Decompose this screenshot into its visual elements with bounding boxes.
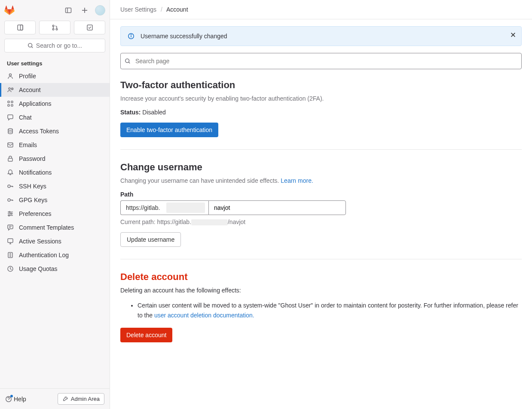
search-icon bbox=[125, 58, 131, 64]
svg-point-12 bbox=[9, 74, 12, 76]
svg-point-19 bbox=[8, 129, 12, 130]
sidebar-item-access-tokens[interactable]: Access Tokens bbox=[0, 124, 110, 138]
account-icon bbox=[7, 86, 14, 93]
sidebar-item-gpg-keys[interactable]: GPG Keys bbox=[0, 193, 110, 207]
comment-icon bbox=[7, 224, 14, 231]
change-username-section: Change username Changing your username c… bbox=[120, 162, 522, 259]
svg-rect-18 bbox=[11, 105, 13, 106]
username-input-group: https://gitlab. bbox=[120, 200, 346, 215]
merge-requests-button[interactable] bbox=[39, 21, 70, 34]
todos-button[interactable] bbox=[74, 21, 105, 34]
help-link[interactable]: Help bbox=[5, 396, 26, 403]
sidebar-item-label: Notifications bbox=[19, 169, 52, 176]
alert-message: Username successfully changed bbox=[141, 33, 227, 40]
admin-icon bbox=[62, 396, 68, 402]
key-icon bbox=[7, 197, 14, 203]
enable-2fa-button[interactable]: Enable two-factor authentication bbox=[120, 123, 218, 137]
token-icon bbox=[7, 128, 14, 135]
admin-area-button[interactable]: Admin Area bbox=[58, 393, 104, 405]
deletion-docs-link[interactable]: user account deletion documentation. bbox=[154, 312, 254, 319]
lock-icon bbox=[7, 155, 14, 162]
breadcrumb-parent[interactable]: User Settings bbox=[120, 6, 156, 13]
sidebar-item-password[interactable]: Password bbox=[0, 152, 110, 166]
gitlab-logo[interactable] bbox=[4, 5, 15, 15]
sidebar-item-label: Active Sessions bbox=[19, 238, 61, 245]
help-label: Help bbox=[14, 396, 26, 403]
svg-line-47 bbox=[129, 62, 130, 64]
main-content: User Settings / Account Username success… bbox=[110, 0, 532, 409]
sidebar-item-chat[interactable]: Chat bbox=[0, 111, 110, 124]
svg-point-29 bbox=[9, 215, 10, 216]
quota-icon bbox=[7, 265, 14, 272]
learn-more-link[interactable]: Learn more. bbox=[281, 177, 313, 184]
two-factor-title: Two-factor authentication bbox=[120, 80, 522, 91]
info-icon bbox=[128, 33, 135, 40]
sidebar-item-label: GPG Keys bbox=[19, 197, 47, 203]
svg-point-14 bbox=[12, 88, 13, 90]
sidebar-item-label: Password bbox=[19, 155, 45, 162]
sidebar-item-label: SSH Keys bbox=[19, 183, 46, 190]
issues-button[interactable] bbox=[4, 21, 36, 34]
sidebar-item-preferences[interactable]: Preferences bbox=[0, 207, 110, 221]
sidebar-item-applications[interactable]: Applications bbox=[0, 97, 110, 111]
sidebar-item-ssh-keys[interactable]: SSH Keys bbox=[0, 179, 110, 193]
admin-label: Admin Area bbox=[71, 396, 100, 402]
svg-point-43 bbox=[131, 34, 131, 35]
alert-close-button[interactable] bbox=[510, 32, 516, 38]
sidebar-item-active-sessions[interactable]: Active Sessions bbox=[0, 234, 110, 248]
sidebar-item-label: Account bbox=[19, 86, 41, 93]
update-username-button[interactable]: Update username bbox=[120, 232, 181, 247]
search-button[interactable]: Search or go to... bbox=[4, 39, 105, 52]
svg-point-6 bbox=[52, 25, 54, 27]
sidebar-item-comment-templates[interactable]: Comment Templates bbox=[0, 221, 110, 234]
svg-rect-32 bbox=[8, 239, 13, 243]
applications-icon bbox=[7, 100, 14, 107]
help-icon bbox=[5, 396, 12, 403]
two-factor-section: Two-factor authentication Increase your … bbox=[120, 80, 522, 150]
sidebar-section-title: User settings bbox=[0, 56, 110, 69]
search-label: Search or go to... bbox=[36, 42, 82, 49]
user-avatar[interactable] bbox=[95, 5, 105, 15]
breadcrumb-separator: / bbox=[161, 6, 162, 13]
email-icon bbox=[7, 141, 14, 148]
svg-point-8 bbox=[56, 28, 58, 30]
svg-rect-17 bbox=[8, 105, 9, 106]
search-page-input[interactable] bbox=[120, 53, 522, 69]
sidebar-item-emails[interactable]: Emails bbox=[0, 138, 110, 152]
sidebar-toggle-icon[interactable] bbox=[62, 4, 74, 16]
breadcrumb: User Settings / Account bbox=[110, 0, 532, 19]
delete-account-button[interactable]: Delete account bbox=[120, 328, 172, 342]
preferences-icon bbox=[7, 210, 14, 217]
log-icon bbox=[7, 252, 14, 258]
svg-rect-16 bbox=[11, 101, 13, 103]
svg-point-10 bbox=[28, 43, 32, 47]
sidebar-item-label: Comment Templates bbox=[19, 224, 74, 231]
delete-effect-item: Certain user content will be moved to a … bbox=[138, 301, 522, 320]
monitor-icon bbox=[7, 238, 14, 245]
change-username-desc: Changing your username can have unintend… bbox=[120, 177, 522, 184]
sidebar-item-account[interactable]: Account bbox=[0, 83, 110, 97]
current-path: Current path: https://gitlab./navjot bbox=[120, 218, 522, 225]
sidebar: Search or go to... User settings Profile… bbox=[0, 0, 110, 409]
sidebar-item-authentication-log[interactable]: Authentication Log bbox=[0, 248, 110, 262]
success-alert: Username successfully changed bbox=[120, 26, 522, 46]
delete-account-section: Delete account Deleting an account has t… bbox=[120, 271, 522, 354]
delete-effects-list: Certain user content will be moved to a … bbox=[129, 301, 522, 320]
sidebar-item-label: Chat bbox=[19, 114, 32, 121]
profile-icon bbox=[7, 73, 14, 80]
key-icon bbox=[7, 183, 14, 190]
sidebar-item-usage-quotas[interactable]: Usage Quotas bbox=[0, 262, 110, 276]
sidebar-item-profile[interactable]: Profile bbox=[0, 69, 110, 83]
sidebar-item-label: Profile bbox=[19, 73, 36, 80]
path-label: Path bbox=[120, 191, 522, 198]
svg-point-25 bbox=[9, 212, 10, 213]
sidebar-item-notifications[interactable]: Notifications bbox=[0, 166, 110, 179]
breadcrumb-current: Account bbox=[166, 6, 188, 13]
username-input[interactable] bbox=[208, 200, 346, 215]
bell-icon bbox=[7, 169, 14, 176]
svg-point-23 bbox=[8, 199, 10, 201]
plus-icon[interactable] bbox=[79, 4, 91, 16]
svg-point-7 bbox=[52, 28, 54, 30]
sidebar-item-label: Applications bbox=[19, 100, 52, 107]
svg-point-46 bbox=[125, 59, 129, 63]
